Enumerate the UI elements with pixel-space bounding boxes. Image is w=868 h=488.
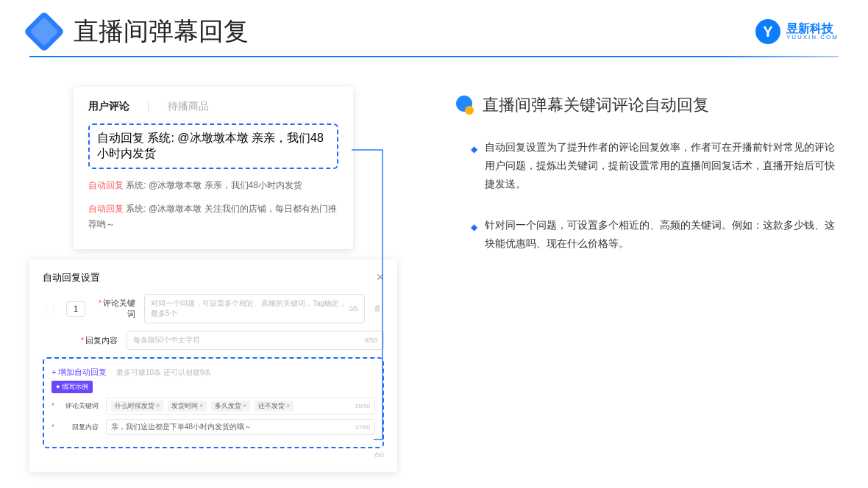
example-keyword-pills: 什么时候发货 发货时间 多久发货 还不发货 20/50 bbox=[106, 398, 375, 415]
bullet-point: ◆ 针对同一个问题，可设置多个相近的、高频的关键词。例如：这款多少钱、这块能优惠… bbox=[456, 216, 839, 253]
order-number: 1 bbox=[66, 301, 85, 317]
keyword-tag[interactable]: 还不发货 bbox=[255, 401, 294, 412]
explanation-panel: 直播间弹幕关键词评论自动回复 ◆ 自动回复设置为了提升作者的评论回复效率，作者可… bbox=[456, 87, 839, 472]
comment-text: @冰墩墩本墩 亲亲，我们48小时内发货 bbox=[149, 180, 302, 190]
comment-row: 自动回复 系统: @冰墩墩本墩 关注我们的店铺，每日都有热门推荐哟～ bbox=[88, 197, 338, 236]
keyword-row: ⋮⋮ 1 *评论关键词 对同一个问题，可设置多个相近、高频的关键词，Tag确定，… bbox=[43, 294, 384, 323]
bubble-icon bbox=[456, 96, 475, 115]
brand-name-cn: 昱新科技 bbox=[786, 22, 839, 35]
cube-icon bbox=[24, 11, 65, 53]
bullet-point: ◆ 自动回复设置为了提升作者的评论回复效率，作者可在开播前针对常见的评论用户问题… bbox=[456, 138, 839, 194]
comment-prefix: 系统: bbox=[126, 180, 149, 190]
comment-prefix: 系统: bbox=[126, 204, 149, 214]
keyword-tag[interactable]: 发货时间 bbox=[168, 401, 207, 412]
add-hint: 最多可建10条 还可以创建9条 bbox=[116, 368, 211, 376]
tab-user-comments[interactable]: 用户评论 bbox=[88, 100, 129, 113]
example-badge: ● 填写示例 bbox=[51, 381, 93, 393]
keyword-tag[interactable]: 什么时候发货 bbox=[111, 401, 163, 412]
header-divider bbox=[29, 56, 839, 57]
screenshot-mockups: 用户评论 | 待播商品 自动回复 系统: @冰墩墩本墩 亲亲，我们48小时内发货… bbox=[29, 87, 427, 472]
panel-title: 自动回复设置 bbox=[43, 271, 100, 284]
auto-reply-tag: 自动回复 bbox=[88, 180, 124, 190]
brand-logo-icon: Y bbox=[755, 19, 780, 44]
brand-name-en: YUUXIN.COM bbox=[786, 35, 839, 41]
auto-reply-tag: 自动回复 bbox=[88, 204, 124, 214]
comment-panel: 用户评论 | 待播商品 自动回复 系统: @冰墩墩本墩 亲亲，我们48小时内发货… bbox=[74, 87, 353, 249]
brand-block: Y 昱新科技 YUUXIN.COM bbox=[755, 19, 839, 44]
reply-content-row: *回复内容 每条限50个中文字符 0/50 bbox=[43, 331, 384, 350]
trash-icon[interactable]: 🗑 bbox=[374, 304, 384, 314]
diamond-icon: ◆ bbox=[471, 142, 477, 194]
example-keyword-row: *评论关键词 什么时候发货 发货时间 多久发货 还不发货 20/50 bbox=[51, 398, 375, 415]
example-content-row: *回复内容 亲，我们这边都是下单48小时内发货的哦～ 37/50 bbox=[51, 419, 375, 435]
tab-pending-goods[interactable]: 待播商品 bbox=[168, 100, 209, 113]
diamond-icon: ◆ bbox=[471, 220, 477, 253]
page-title: 直播间弹幕回复 bbox=[74, 15, 249, 49]
example-content-input: 亲，我们这边都是下单48小时内发货的哦～ 37/50 bbox=[106, 419, 375, 435]
drag-handle-icon[interactable]: ⋮⋮ bbox=[43, 305, 57, 313]
add-auto-reply-link[interactable]: + 增加自动回复 bbox=[51, 367, 107, 376]
highlighted-comment: 自动回复 系统: @冰墩墩本墩 亲亲，我们48小时内发货 bbox=[88, 123, 338, 169]
keyword-input[interactable]: 对同一个问题，可设置多个相近、高频的关键词，Tag确定，最多5个 0/5 bbox=[144, 294, 365, 323]
section-title: 直播间弹幕关键词评论自动回复 bbox=[483, 94, 709, 116]
close-icon[interactable]: × bbox=[376, 270, 384, 285]
page-header: 直播间弹幕回复 Y 昱新科技 YUUXIN.COM bbox=[0, 0, 868, 56]
tab-bar: 用户评论 | 待播商品 bbox=[88, 100, 338, 113]
example-highlight: + 增加自动回复 最多可建10条 还可以创建9条 ● 填写示例 *评论关键词 什… bbox=[43, 357, 384, 448]
content-input[interactable]: 每条限50个中文字符 0/50 bbox=[127, 331, 384, 350]
auto-reply-settings-panel: 自动回复设置 × ⋮⋮ 1 *评论关键词 对同一个问题，可设置多个相近、高频的关… bbox=[29, 259, 397, 472]
keyword-tag[interactable]: 多久发货 bbox=[211, 401, 250, 412]
keyword-label: *评论关键词 bbox=[94, 298, 135, 320]
content-label: *回复内容 bbox=[77, 335, 118, 346]
comment-prefix: 系统: bbox=[147, 132, 177, 144]
comment-row: 自动回复 系统: @冰墩墩本墩 亲亲，我们48小时内发货 bbox=[88, 173, 338, 197]
auto-reply-tag: 自动回复 bbox=[97, 132, 144, 144]
outer-counter: /50 bbox=[43, 451, 384, 459]
